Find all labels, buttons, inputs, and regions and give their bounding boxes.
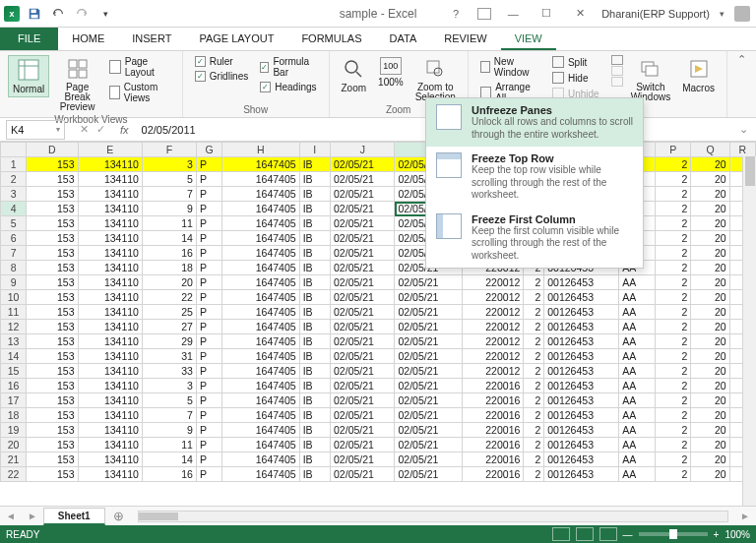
cell-F13[interactable]: 29 <box>142 334 196 349</box>
cell-L10[interactable]: 220012 <box>462 290 524 305</box>
row-header-3[interactable]: 3 <box>1 187 27 202</box>
cell-Q11[interactable]: 20 <box>691 305 729 320</box>
qat-customize-icon[interactable]: ▾ <box>96 5 114 23</box>
cell-O18[interactable]: AA <box>619 408 656 423</box>
cell-E14[interactable]: 134110 <box>78 349 142 364</box>
cell-Q9[interactable]: 20 <box>691 275 729 290</box>
cell-I15[interactable]: IB <box>299 364 330 379</box>
pagebreak-view-icon[interactable] <box>599 527 617 541</box>
cell-H18[interactable]: 1647405 <box>222 408 300 423</box>
row-header-18[interactable]: 18 <box>1 408 27 423</box>
cell-G22[interactable]: P <box>196 467 221 482</box>
cell-L13[interactable]: 220012 <box>462 334 524 349</box>
cell-E7[interactable]: 134110 <box>78 246 142 261</box>
cell-J21[interactable]: 02/05/21 <box>331 452 395 467</box>
cell-H14[interactable]: 1647405 <box>222 349 300 364</box>
hscroll-right-icon[interactable]: ► <box>734 511 756 521</box>
cell-P16[interactable]: 2 <box>655 379 691 393</box>
collapse-ribbon-icon[interactable]: ⌃ <box>727 51 756 117</box>
cell-H13[interactable]: 1647405 <box>222 334 300 349</box>
close-icon[interactable]: ✕ <box>568 4 592 24</box>
minimize-icon[interactable]: — <box>501 4 525 24</box>
cell-P12[interactable]: 2 <box>655 320 691 334</box>
cell-Q10[interactable]: 20 <box>691 290 729 305</box>
cell-M18[interactable]: 2 <box>524 408 544 423</box>
cell-D14[interactable]: 153 <box>27 349 78 364</box>
unfreeze-panes-item[interactable]: Unfreeze PanesUnlock all rows and column… <box>426 98 643 147</box>
cell-O15[interactable]: AA <box>619 364 656 379</box>
cell-D7[interactable]: 153 <box>27 246 78 261</box>
cell-F21[interactable]: 14 <box>142 452 196 467</box>
cell-F9[interactable]: 20 <box>142 275 196 290</box>
cell-H16[interactable]: 1647405 <box>222 379 300 393</box>
zoom-in-icon[interactable]: + <box>714 529 720 540</box>
cell-E10[interactable]: 134110 <box>78 290 142 305</box>
cell-D3[interactable]: 153 <box>27 187 78 202</box>
cell-Q1[interactable]: 20 <box>691 157 729 172</box>
tab-insert[interactable]: INSERT <box>118 28 185 50</box>
redo-icon[interactable] <box>73 5 91 23</box>
cell-J13[interactable]: 02/05/21 <box>331 334 395 349</box>
cell-L15[interactable]: 220012 <box>462 364 524 379</box>
cell-L21[interactable]: 220016 <box>462 452 524 467</box>
cell-I12[interactable]: IB <box>299 320 330 334</box>
cell-D18[interactable]: 153 <box>27 408 78 423</box>
cell-I3[interactable]: IB <box>299 187 330 202</box>
cell-Q20[interactable]: 20 <box>691 438 729 452</box>
split-button[interactable]: Split <box>548 55 603 69</box>
cell-H11[interactable]: 1647405 <box>222 305 300 320</box>
col-header-D[interactable]: D <box>27 143 78 157</box>
cell-Q13[interactable]: 20 <box>691 334 729 349</box>
tab-view[interactable]: VIEW <box>501 28 556 50</box>
cell-P21[interactable]: 2 <box>655 452 691 467</box>
col-header-J[interactable]: J <box>331 143 395 157</box>
cell-P17[interactable]: 2 <box>655 393 691 408</box>
normal-view-button[interactable]: Normal <box>8 55 49 97</box>
cell-Q7[interactable]: 20 <box>691 246 729 261</box>
cell-D22[interactable]: 153 <box>27 467 78 482</box>
cell-F20[interactable]: 11 <box>142 438 196 452</box>
cell-K20[interactable]: 02/05/21 <box>395 438 462 452</box>
cell-G4[interactable]: P <box>196 202 221 216</box>
cell-N14[interactable]: 00126453 <box>544 349 619 364</box>
cell-Q4[interactable]: 20 <box>691 202 729 216</box>
col-header-I[interactable]: I <box>299 143 330 157</box>
cell-O17[interactable]: AA <box>619 393 656 408</box>
cell-G12[interactable]: P <box>196 320 221 334</box>
cell-E21[interactable]: 134110 <box>78 452 142 467</box>
cell-M17[interactable]: 2 <box>524 393 544 408</box>
cell-J5[interactable]: 02/05/21 <box>331 216 395 231</box>
new-window-button[interactable]: New Window <box>476 55 544 79</box>
cell-I20[interactable]: IB <box>299 438 330 452</box>
cell-I8[interactable]: IB <box>299 261 330 275</box>
cell-F14[interactable]: 31 <box>142 349 196 364</box>
cell-N20[interactable]: 00126453 <box>544 438 619 452</box>
cell-N21[interactable]: 00126453 <box>544 452 619 467</box>
cell-F15[interactable]: 33 <box>142 364 196 379</box>
cell-K22[interactable]: 02/05/21 <box>395 467 462 482</box>
cell-G13[interactable]: P <box>196 334 221 349</box>
cell-Q19[interactable]: 20 <box>691 423 729 438</box>
cell-N16[interactable]: 00126453 <box>544 379 619 393</box>
macros-button[interactable]: Macros <box>678 55 719 95</box>
cell-I5[interactable]: IB <box>299 216 330 231</box>
cell-E15[interactable]: 134110 <box>78 364 142 379</box>
cell-E22[interactable]: 134110 <box>78 467 142 482</box>
cell-I7[interactable]: IB <box>299 246 330 261</box>
zoom-out-icon[interactable]: — <box>623 529 633 540</box>
cell-O22[interactable]: AA <box>619 467 656 482</box>
cell-M12[interactable]: 2 <box>524 320 544 334</box>
undo-icon[interactable] <box>49 5 67 23</box>
cell-I10[interactable]: IB <box>299 290 330 305</box>
cell-J9[interactable]: 02/05/21 <box>331 275 395 290</box>
cell-P13[interactable]: 2 <box>655 334 691 349</box>
cell-M15[interactable]: 2 <box>524 364 544 379</box>
col-header-F[interactable]: F <box>142 143 196 157</box>
row-header-8[interactable]: 8 <box>1 261 27 275</box>
cell-P4[interactable]: 2 <box>655 202 691 216</box>
namebox-dropdown-icon[interactable]: ▾ <box>56 125 60 134</box>
cell-M13[interactable]: 2 <box>524 334 544 349</box>
cell-I1[interactable]: IB <box>299 157 330 172</box>
cell-F17[interactable]: 5 <box>142 393 196 408</box>
tab-file[interactable]: FILE <box>0 28 58 50</box>
